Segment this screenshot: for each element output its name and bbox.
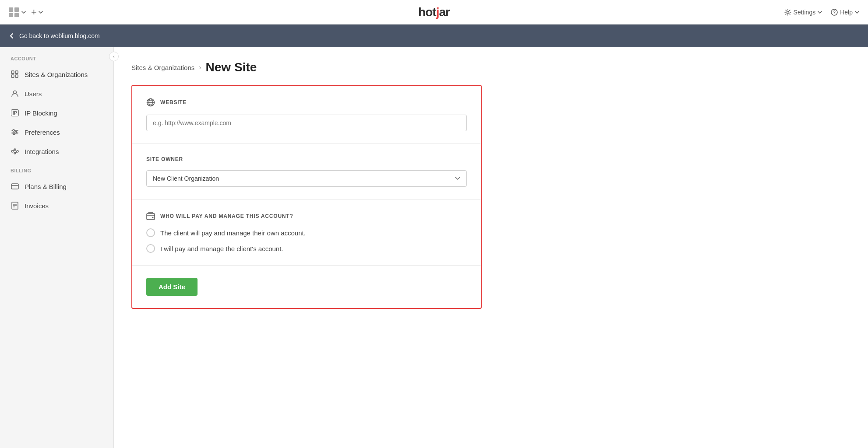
radio-circle bbox=[146, 244, 155, 253]
svg-rect-10 bbox=[15, 75, 18, 77]
svg-text:?: ? bbox=[833, 10, 836, 15]
breadcrumb-current: New Site bbox=[206, 60, 257, 74]
top-nav: + hotjar Settings ? Help bbox=[0, 0, 868, 24]
grid-icon bbox=[11, 70, 19, 79]
site-owner-label: SITE OWNER bbox=[146, 156, 183, 162]
radio-label-client-pay: The client will pay and manage their own… bbox=[160, 229, 306, 237]
back-bar[interactable]: Go back to weblium.blog.com bbox=[0, 24, 868, 47]
ip-icon: IP bbox=[11, 108, 19, 117]
svg-rect-2 bbox=[9, 13, 13, 17]
logo-text: hotjar bbox=[418, 5, 450, 19]
who-pay-label: WHO WILL PAY AND MANAGE THIS ACCOUNT? bbox=[160, 213, 293, 219]
wallet-icon bbox=[146, 212, 155, 220]
website-label: WEBSITE bbox=[160, 99, 187, 105]
help-label: Help bbox=[840, 9, 853, 16]
website-header: WEBSITE bbox=[146, 98, 467, 107]
main-content: Sites & Organizations › New Site bbox=[114, 47, 868, 448]
settings-button[interactable]: Settings bbox=[784, 9, 822, 16]
svg-point-21 bbox=[17, 150, 18, 152]
top-nav-right: Settings ? Help bbox=[784, 9, 859, 16]
svg-rect-33 bbox=[147, 214, 155, 220]
top-nav-left: + bbox=[9, 5, 45, 20]
sidebar-item-invoices[interactable]: Invoices bbox=[0, 196, 113, 215]
sidebar-item-plans-billing[interactable]: Plans & Billing bbox=[0, 177, 113, 196]
user-icon bbox=[11, 89, 19, 98]
who-pay-section: WHO WILL PAY AND MANAGE THIS ACCOUNT? Th… bbox=[132, 200, 481, 266]
sidebar-item-label: Integrations bbox=[25, 148, 59, 155]
account-section-label: ACCOUNT bbox=[0, 56, 113, 65]
site-owner-section: SITE OWNER New Client Organization bbox=[132, 144, 481, 200]
sidebar-item-preferences[interactable]: Preferences bbox=[0, 122, 113, 142]
sidebar-item-label: Invoices bbox=[25, 202, 49, 210]
who-pay-header: WHO WILL PAY AND MANAGE THIS ACCOUNT? bbox=[146, 212, 467, 220]
dashboard-icon-button[interactable] bbox=[9, 7, 26, 17]
chevron-down-icon bbox=[818, 11, 822, 14]
add-site-button[interactable]: Add Site bbox=[146, 278, 198, 296]
dashboard-icon bbox=[9, 7, 19, 17]
billing-section-label: BILLING bbox=[0, 168, 113, 177]
sidebar-item-label: Sites & Organizations bbox=[25, 71, 88, 78]
radio-group: The client will pay and manage their own… bbox=[146, 228, 467, 253]
svg-rect-7 bbox=[11, 71, 14, 74]
site-owner-header: SITE OWNER bbox=[146, 156, 467, 162]
sidebar-item-label: Preferences bbox=[25, 129, 60, 136]
radio-label-i-pay: I will pay and manage the client's accou… bbox=[160, 245, 283, 252]
sidebar-item-users[interactable]: Users bbox=[0, 84, 113, 103]
site-owner-select[interactable]: New Client Organization bbox=[146, 170, 467, 187]
breadcrumb-separator: › bbox=[199, 63, 201, 71]
svg-point-34 bbox=[152, 217, 154, 218]
svg-point-15 bbox=[13, 130, 14, 131]
sliders-icon bbox=[11, 128, 19, 136]
help-button[interactable]: ? Help bbox=[831, 9, 859, 16]
gear-icon bbox=[784, 9, 791, 16]
card-icon bbox=[11, 182, 19, 191]
sidebar-item-label: Users bbox=[25, 90, 42, 98]
help-icon: ? bbox=[831, 9, 838, 16]
sidebar-item-integrations[interactable]: Integrations bbox=[0, 142, 113, 161]
svg-rect-3 bbox=[14, 13, 19, 17]
add-button[interactable]: + bbox=[29, 5, 45, 20]
back-bar-text: Go back to weblium.blog.com bbox=[19, 32, 100, 39]
chevron-down-icon bbox=[855, 11, 859, 14]
website-section: WEBSITE bbox=[132, 86, 481, 144]
settings-label: Settings bbox=[794, 9, 816, 16]
back-arrow-icon bbox=[9, 33, 15, 39]
breadcrumb-link[interactable]: Sites & Organizations bbox=[131, 64, 194, 71]
website-input[interactable] bbox=[146, 115, 467, 131]
sidebar-item-label: IP Blocking bbox=[25, 109, 57, 117]
svg-point-4 bbox=[787, 11, 789, 13]
svg-rect-8 bbox=[15, 71, 18, 74]
radio-item-i-pay[interactable]: I will pay and manage the client's accou… bbox=[146, 244, 467, 253]
svg-rect-1 bbox=[14, 7, 19, 12]
chevron-down-icon bbox=[39, 11, 43, 14]
sidebar-collapse-button[interactable]: ‹ bbox=[109, 52, 119, 61]
svg-point-17 bbox=[13, 133, 15, 135]
svg-point-16 bbox=[15, 131, 17, 133]
globe-icon bbox=[146, 98, 155, 107]
sidebar-item-label: Plans & Billing bbox=[25, 183, 67, 190]
radio-circle bbox=[146, 228, 155, 237]
add-site-section: Add Site bbox=[132, 266, 481, 308]
svg-rect-9 bbox=[11, 75, 14, 77]
main-layout: ‹ ACCOUNT Sites & Organizations User bbox=[0, 47, 868, 448]
chevron-down-icon bbox=[21, 11, 26, 14]
sidebar: ‹ ACCOUNT Sites & Organizations User bbox=[0, 47, 114, 448]
integrations-icon bbox=[11, 147, 19, 156]
svg-rect-22 bbox=[11, 184, 18, 189]
new-site-form: WEBSITE SITE OWNER New Client Organizati… bbox=[131, 85, 482, 309]
radio-item-client-pay[interactable]: The client will pay and manage their own… bbox=[146, 228, 467, 237]
sidebar-item-ip-blocking[interactable]: IP IP Blocking bbox=[0, 103, 113, 122]
invoices-icon bbox=[11, 201, 19, 210]
breadcrumb: Sites & Organizations › New Site bbox=[131, 60, 850, 74]
svg-point-20 bbox=[11, 150, 13, 152]
logo: hotjar bbox=[418, 5, 450, 19]
sidebar-item-sites-orgs[interactable]: Sites & Organizations bbox=[0, 65, 113, 84]
svg-rect-0 bbox=[9, 7, 13, 12]
